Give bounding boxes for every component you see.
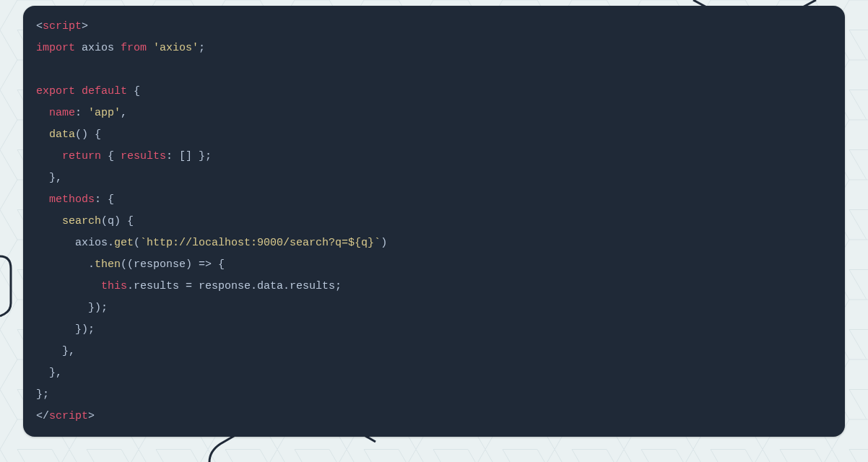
code-token: >	[88, 410, 95, 422]
code-token: search	[62, 215, 101, 227]
code-token: <	[36, 20, 43, 32]
code-token: },	[49, 172, 62, 184]
code-token: [] };	[179, 150, 212, 162]
code-indent	[36, 150, 62, 162]
code-token	[147, 42, 153, 54]
code-indent	[36, 215, 62, 227]
code-token	[75, 85, 82, 97]
code-token: script	[49, 410, 88, 422]
code-token: ;	[199, 42, 205, 54]
code-token: {	[134, 85, 140, 97]
code-indent	[36, 258, 88, 271]
code-indent	[36, 280, 101, 292]
code-token: {	[108, 150, 121, 162]
code-indent	[36, 128, 49, 141]
code-token: };	[36, 388, 49, 401]
code-token: >	[82, 20, 88, 32]
code-token: then	[95, 258, 121, 271]
code-token: .	[127, 280, 134, 292]
code-token: ,	[121, 107, 127, 119]
code-indent	[36, 237, 75, 249]
code-indent	[36, 193, 49, 206]
code-indent	[36, 323, 75, 336]
code-token: :	[166, 150, 179, 162]
code-token: {	[212, 258, 225, 271]
code-token: :	[75, 107, 88, 119]
code-token	[127, 85, 134, 97]
code-indent	[36, 172, 49, 184]
code-token: this	[101, 280, 127, 292]
code-token: return	[62, 150, 101, 162]
code-token: from	[121, 42, 147, 54]
code-token: },	[49, 367, 62, 379]
code-token: : {	[95, 193, 114, 206]
code-indent	[36, 107, 49, 119]
code-token: },	[62, 345, 75, 357]
code-indent	[36, 367, 49, 379]
code-token: (q) {	[101, 215, 134, 227]
code-token: 'axios'	[153, 42, 199, 54]
code-indent	[36, 345, 62, 357]
code-token	[101, 150, 108, 162]
code-token: (	[134, 237, 140, 249]
code-token: .	[88, 258, 95, 271]
code-token: axios.	[75, 237, 114, 249]
code-token: script	[43, 20, 82, 32]
code-token: results	[134, 280, 186, 292]
code-token: </	[36, 410, 49, 422]
code-token: results	[121, 150, 166, 162]
code-token: `http://localhost:9000/search?q=${q}`	[140, 237, 381, 249]
code-token: axios	[75, 42, 121, 54]
code-token: =>	[199, 258, 212, 271]
code-content: <script> import axios from 'axios'; expo…	[36, 16, 832, 427]
code-token: =	[186, 280, 199, 292]
code-token: default	[82, 85, 127, 97]
code-token: });	[88, 302, 108, 314]
code-token: export	[36, 85, 75, 97]
code-indent	[36, 302, 88, 314]
code-token: methods	[49, 193, 95, 206]
code-token: get	[114, 237, 134, 249]
code-token: 'app'	[88, 107, 121, 119]
code-token: response.data.results;	[199, 280, 342, 292]
code-token: data	[49, 128, 75, 141]
code-token: () {	[75, 128, 101, 141]
code-token: )	[381, 237, 387, 249]
code-token: });	[75, 323, 95, 336]
code-token: import	[36, 42, 75, 54]
code-token: ((response)	[121, 258, 199, 271]
code-block-panel: <script> import axios from 'axios'; expo…	[23, 6, 845, 437]
code-token: name	[49, 107, 75, 119]
